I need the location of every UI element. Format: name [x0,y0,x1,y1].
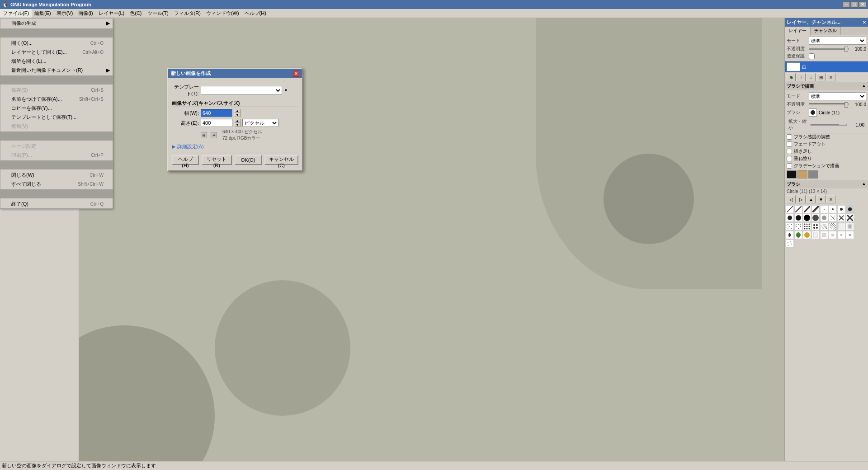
brush-preset-11[interactable] [803,214,811,222]
brush-preset-3[interactable] [803,205,811,213]
brush-preset-15[interactable] [837,214,845,222]
layer-lower-btn[interactable]: ↓ [807,73,816,81]
brush-preset-33[interactable] [786,240,794,248]
brush-section-expand[interactable]: ▲ [862,83,866,89]
brush-preset-25[interactable] [786,231,794,239]
unit-select[interactable]: ピクセル [242,119,278,127]
menu-open-location[interactable]: 場所を開く(L)... [0,56,113,66]
brush-opacity-slider[interactable] [809,103,849,105]
menu-image[interactable]: 画像(I) [75,9,95,18]
opacity-slider[interactable] [809,48,849,50]
dialog-close-button[interactable]: ✕ [293,70,299,77]
close-button[interactable]: ✕ [859,1,866,8]
layer-add-btn[interactable]: ⊕ [787,73,796,81]
brush-preset-24[interactable] [846,222,854,230]
minimize-button[interactable]: ─ [843,1,850,8]
width-down-button[interactable]: ▼ [234,113,241,117]
menu-close-all[interactable]: すべて閉じる Shift+Ctrl+W [0,179,113,188]
menu-edit[interactable]: 編集(E) [32,9,54,18]
brush-preset-18[interactable] [794,222,802,230]
fade-checkbox[interactable] [787,141,792,147]
brush-preset-12[interactable] [811,214,820,222]
menu-close[interactable]: 閉じる(W) Ctrl+W [0,170,113,179]
brush-preset-9[interactable] [786,214,794,222]
menu-file[interactable]: ファイル(F) [0,9,32,18]
brush-dynamics-checkbox[interactable] [787,134,792,140]
tab-layers[interactable]: レイヤー [785,27,811,35]
menu-help[interactable]: ヘルプ(H) [242,9,269,18]
brush-mode-dropdown[interactable]: 標準 [809,92,866,100]
menu-color[interactable]: 色(C) [127,9,144,18]
brush-preset-27[interactable] [803,231,811,239]
menu-new-image[interactable]: 画像の生成 ▶ [0,19,113,28]
menu-open-layer[interactable]: レイヤーとして開く(E)... Ctrl+Alt+O [0,47,113,56]
height-down-button[interactable]: ▼ [234,123,241,127]
brush-preset-29[interactable] [820,231,828,239]
brush-preset-6[interactable] [829,205,837,213]
brush-preset-14[interactable] [829,214,837,222]
menu-quit[interactable]: 終了(Q) Ctrl+Q [0,199,113,208]
tab-channels[interactable]: チャンネル [811,27,841,35]
brush-preset-23[interactable] [837,222,845,230]
brush-preset-30[interactable] [829,231,837,239]
brush-panel-expand[interactable]: ▲ [862,181,866,188]
brush-preset-19[interactable] [803,222,811,230]
help-button[interactable]: ヘルプ(H) [172,155,199,165]
gray-swatch[interactable] [808,170,818,179]
overwrite-checkbox[interactable] [787,156,792,161]
brush-preset-28[interactable] [811,231,820,239]
height-up-button[interactable]: ▲ [234,119,241,123]
menu-filters[interactable]: フィルタ(R) [171,9,203,18]
brush-preset-22[interactable] [829,222,837,230]
brush-preset-13[interactable] [820,214,828,222]
menu-save-template[interactable]: テンプレートとして保存(T)... [0,113,113,122]
menu-save-as[interactable]: 名前をつけて保存(A)... Shift+Ctrl+S [0,94,113,103]
ok-button[interactable]: OK(O) [235,155,262,165]
menu-view[interactable]: 表示(V) [54,9,76,18]
menu-windows[interactable]: ウィンドウ(W) [203,9,242,18]
brush-nav-delete[interactable]: ✕ [826,195,835,203]
brush-preview[interactable] [809,108,817,117]
brush-preset-31[interactable] [837,231,845,239]
brush-preset-32[interactable] [846,231,854,239]
layer-delete-btn[interactable]: ✕ [826,73,835,81]
brush-preset-16[interactable] [846,214,854,222]
menu-save-copy[interactable]: コピーを保存(Y)... [0,103,113,113]
menu-open[interactable]: 開く(O)... Ctrl+O [0,38,113,47]
brush-preset-10[interactable] [794,214,802,222]
brush-nav-up[interactable]: ▲ [807,195,816,203]
brush-size-slider[interactable] [811,124,847,126]
brush-preset-4[interactable] [811,205,820,213]
brush-preset-1[interactable] [786,205,794,213]
height-input[interactable] [201,119,232,127]
brush-preset-8[interactable] [846,205,854,213]
incremental-checkbox[interactable] [787,149,792,154]
layers-panel-close[interactable]: ✕ [863,20,866,25]
brown-swatch[interactable] [797,170,807,179]
brush-preset-2[interactable] [794,205,802,213]
brush-preset-21[interactable] [820,222,828,230]
width-input[interactable] [201,109,232,117]
gradient-checkbox[interactable] [787,163,792,169]
brush-nav-right[interactable]: ▷ [797,195,806,203]
lock-alpha-checkbox[interactable] [809,53,815,59]
brush-preset-26[interactable] [794,231,802,239]
brush-preset-5[interactable] [820,205,828,213]
menu-tools[interactable]: ツール(T) [145,9,171,18]
swap-dimensions-icon[interactable]: ⇄ [211,132,217,138]
layer-item[interactable]: 白 [785,61,868,72]
brush-preset-20[interactable] [811,222,820,230]
width-up-button[interactable]: ▲ [234,109,241,113]
cancel-button[interactable]: キャンセル(C) [264,155,298,165]
brush-nav-down[interactable]: ▼ [816,195,826,203]
link-dimensions-icon[interactable]: ⛓ [201,132,207,138]
menu-recent[interactable]: 最近開いた画像ドキュメント(R) ▶ [0,66,113,75]
template-select[interactable] [201,86,282,95]
expand-advanced-row[interactable]: ▶ 詳細設定(A) [172,143,298,150]
brush-preset-17[interactable] [786,222,794,230]
layer-raise-btn[interactable]: ↑ [797,73,806,81]
brush-nav-left[interactable]: ◁ [787,195,796,203]
menu-layer[interactable]: レイヤー(L) [96,9,127,18]
black-swatch[interactable] [787,170,797,179]
layer-duplicate-btn[interactable]: ⊞ [816,73,826,81]
